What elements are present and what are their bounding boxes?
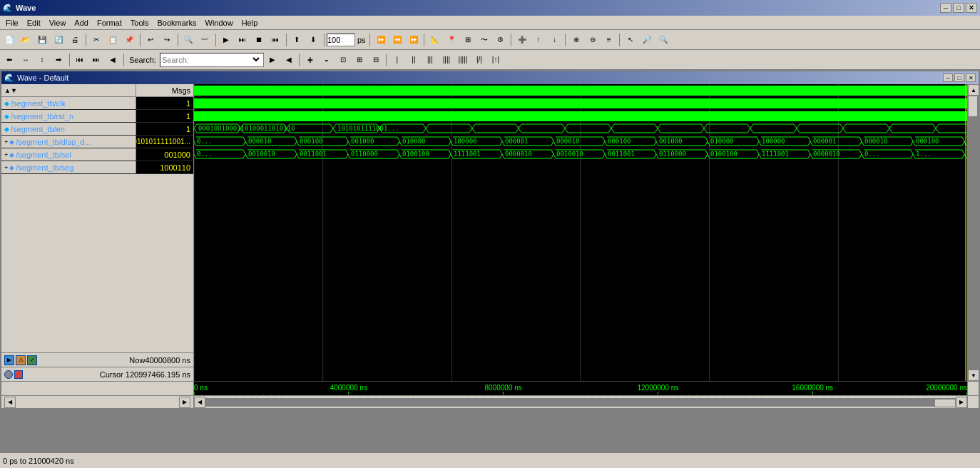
hscroll-main-left-button[interactable]: ◀ [194, 397, 205, 408]
hscroll-main-track[interactable] [205, 398, 956, 407]
find-button[interactable]: 🔍 [180, 32, 196, 48]
marker7-button[interactable]: |↑| [488, 52, 504, 68]
down-button[interactable]: ⬇ [305, 32, 321, 48]
prev-event-button[interactable]: ◀ [105, 52, 121, 68]
cut-button[interactable]: ✂ [88, 32, 104, 48]
expand-button[interactable]: ⊕ [568, 32, 584, 48]
paste-button[interactable]: 📌 [121, 32, 137, 48]
wave-expand-button[interactable]: ↔ [18, 52, 34, 68]
signal-row-clk[interactable]: ◆ /segment_tb/clk 1 [1, 97, 193, 110]
menu-view[interactable]: View [45, 17, 71, 29]
print-button[interactable]: 🖨 [67, 32, 83, 48]
down2-button[interactable]: ↓ [547, 32, 563, 48]
minimize-button[interactable]: ─ [940, 3, 951, 13]
marker-button[interactable]: 📍 [444, 32, 459, 48]
up-button[interactable]: ⬆ [289, 32, 305, 48]
run-button[interactable]: ▶ [218, 32, 234, 48]
search-input[interactable] [162, 56, 247, 64]
wave-right-button[interactable]: ➡ [51, 52, 66, 68]
back-button[interactable]: ⏪ [389, 32, 405, 48]
zoom-fit-button[interactable]: ⊞ [460, 32, 476, 48]
menu-file[interactable]: File [1, 17, 23, 29]
signal-row-en[interactable]: ◆ /segment_tb/en 1 [1, 123, 193, 136]
zoom-full-button[interactable]: ⊡ [335, 52, 351, 68]
menu-help[interactable]: Help [238, 17, 262, 29]
search-go-button[interactable]: ▶ [265, 52, 280, 68]
open-button[interactable]: 📂 [18, 32, 34, 48]
time-value-input[interactable] [327, 34, 355, 46]
signal-row-seg[interactable]: + ◆ /segment_tb/seg 1000110 [1, 161, 193, 174]
search-back-button[interactable]: ◀ [281, 52, 297, 68]
marker3-button[interactable]: ||| [422, 52, 438, 68]
menu-window[interactable]: Window [201, 17, 238, 29]
restart-button[interactable]: ⏮ [267, 32, 283, 48]
menu-format[interactable]: Format [93, 17, 126, 29]
wave-left-button[interactable]: ⬅ [1, 52, 17, 68]
zoom-100-button[interactable]: ⊞ [352, 52, 367, 68]
marker5-button[interactable]: ||||| [455, 52, 471, 68]
copy-button[interactable]: 📋 [105, 32, 121, 48]
zoom-out-button[interactable]: - [319, 52, 335, 68]
save-button[interactable]: 💾 [34, 32, 50, 48]
title-bar: 🌊 Wave ─ □ ✕ [0, 0, 980, 16]
zoom-in-button[interactable]: + [302, 52, 318, 68]
hscroll-main-right-button[interactable]: ▶ [956, 397, 967, 408]
vscroll-up-button[interactable]: ▲ [968, 84, 979, 96]
select-button[interactable]: ↖ [623, 32, 638, 48]
menu-add[interactable]: Add [70, 17, 93, 29]
vscroll-track[interactable] [968, 96, 979, 370]
wave-close-button[interactable]: ✕ [966, 73, 976, 82]
zoom-fit2-button[interactable]: ⊟ [368, 52, 384, 68]
zoom-out2-button[interactable]: 🔍 [655, 32, 671, 48]
refresh-button[interactable]: 🔄 [51, 32, 66, 48]
maximize-button[interactable]: □ [953, 3, 964, 13]
marker1-button[interactable]: | [389, 52, 405, 68]
new-button[interactable]: 📄 [1, 32, 17, 48]
step-button[interactable]: ⏭ [235, 32, 250, 48]
expand-icon-disp[interactable]: + [4, 138, 8, 146]
stop-button[interactable]: ⏹ [251, 32, 267, 48]
cursor-label: Cursor 1 [23, 370, 130, 379]
close-button[interactable]: ✕ [966, 3, 977, 13]
vscroll-thumb[interactable] [968, 96, 978, 117]
wave-display-area[interactable] [194, 84, 967, 381]
sep15 [384, 52, 389, 68]
signal-msgs-header: Msgs [136, 84, 193, 96]
wave-maximize-button[interactable]: □ [954, 73, 964, 82]
next-edge-button[interactable]: ⏭ [88, 52, 104, 68]
expand-icon-seg[interactable]: + [4, 164, 8, 171]
cursor-row: Cursor 1 20997466.195 ns [1, 367, 193, 381]
search-type-select[interactable] [247, 55, 262, 64]
forward-button[interactable]: ⏩ [406, 32, 422, 48]
config-button[interactable]: ⚙ [493, 32, 509, 48]
group-button[interactable]: ≡ [601, 32, 617, 48]
wave-button[interactable]: 〰 [197, 32, 213, 48]
zoom-in2-button[interactable]: 🔎 [639, 32, 655, 48]
snap-button[interactable]: 📐 [427, 32, 443, 48]
prev-edge-button[interactable]: ⏮ [72, 52, 88, 68]
menu-tools[interactable]: Tools [126, 17, 153, 29]
vscroll-down-button[interactable]: ▼ [968, 370, 979, 381]
marker4-button[interactable]: |||| [439, 52, 454, 68]
hscroll-thumb[interactable] [934, 399, 956, 407]
goto-button[interactable]: ⏩ [373, 32, 389, 48]
signal-row-disp[interactable]: + ◆ /segment_tb/disp_d... 10101011111001… [1, 136, 193, 148]
signal-row-sel[interactable]: + ◆ /segment_tb/sel 001000 [1, 148, 193, 161]
menu-bookmarks[interactable]: Bookmarks [153, 17, 200, 29]
hscroll-left-button[interactable]: ◀ [4, 397, 16, 408]
wave-canvas[interactable] [194, 84, 967, 381]
wave-collapse-button[interactable]: ↕ [34, 52, 50, 68]
add-wave-button[interactable]: ➕ [514, 32, 530, 48]
marker6-button[interactable]: |/| [471, 52, 487, 68]
marker2-button[interactable]: || [406, 52, 422, 68]
wave-minimize-button[interactable]: ─ [943, 73, 953, 82]
expand-icon-sel[interactable]: + [4, 151, 8, 158]
menu-edit[interactable]: Edit [23, 17, 45, 29]
hscroll-right-button[interactable]: ▶ [179, 397, 190, 408]
signal-row-rst[interactable]: ◆ /segment_tb/rst_n 1 [1, 110, 193, 123]
undo-button[interactable]: ↩ [143, 32, 158, 48]
collapse-button[interactable]: ⊖ [585, 32, 601, 48]
wave2-button[interactable]: 〜 [476, 32, 492, 48]
redo-button[interactable]: ↪ [159, 32, 175, 48]
up2-button[interactable]: ↑ [531, 32, 546, 48]
